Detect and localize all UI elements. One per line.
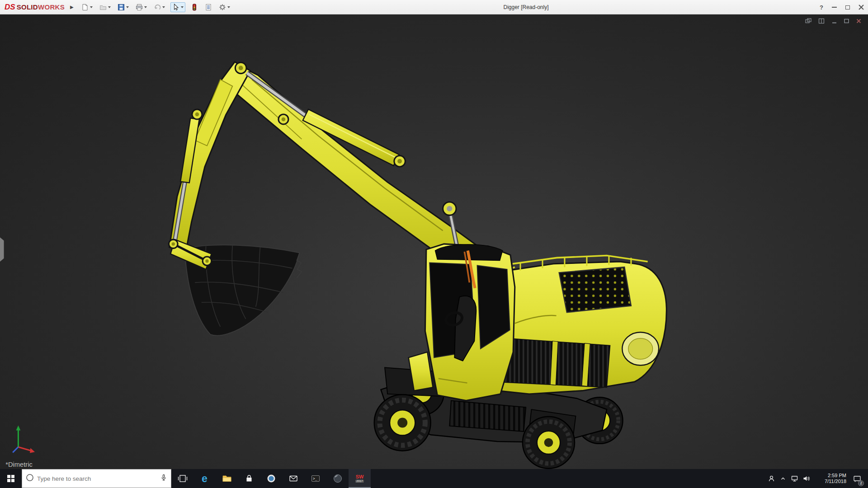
- graphics-viewport[interactable]: *Dimetric: [0, 14, 868, 469]
- command-prompt-button[interactable]: >_: [304, 469, 326, 488]
- orientation-triad: [13, 426, 35, 453]
- volume-icon: [802, 475, 810, 482]
- clock-time: 2:59 PM: [812, 473, 846, 479]
- wheel-rear-left[interactable]: [523, 417, 575, 469]
- cortana-circle-icon: [26, 474, 34, 483]
- sphere-app-button[interactable]: [326, 469, 349, 488]
- restore-button[interactable]: [845, 5, 850, 9]
- file-properties-button[interactable]: [203, 3, 213, 12]
- taskbar-search-input[interactable]: [37, 475, 157, 482]
- chevron-up-icon: [780, 475, 786, 482]
- brand-text-solid: SOLID: [17, 3, 38, 11]
- windows-taskbar: e >_ SW 2017 2:59 PM: [0, 469, 868, 488]
- action-center-button[interactable]: 2: [849, 469, 865, 488]
- excavator-model[interactable]: [169, 62, 666, 469]
- brand-text-works: WORKS: [38, 3, 65, 11]
- select-tool-dropdown[interactable]: [181, 6, 184, 8]
- sphere-app-icon: [333, 474, 343, 483]
- cascade-icon[interactable]: [818, 18, 825, 24]
- edge-button[interactable]: e: [193, 469, 216, 488]
- solidworks-2017-icon: SW 2017: [355, 474, 363, 483]
- app-titlebar: DS SOLID WORKS ▶: [0, 0, 868, 14]
- file-explorer-icon: [222, 474, 232, 483]
- task-view-button[interactable]: [171, 469, 193, 488]
- microphone-icon[interactable]: [160, 474, 167, 483]
- doc-minimize-icon[interactable]: [831, 18, 837, 24]
- print-dropdown[interactable]: [144, 6, 147, 8]
- panel-collapse-tab[interactable]: [0, 237, 4, 262]
- doc-close-icon[interactable]: [856, 18, 862, 24]
- hidden-icons-button[interactable]: [778, 469, 788, 488]
- circle-app-button[interactable]: [260, 469, 282, 488]
- view-orientation-label: *Dimetric: [5, 461, 33, 468]
- volume-button[interactable]: [800, 469, 812, 488]
- menu-flyout-arrow[interactable]: ▶: [68, 5, 80, 9]
- ds-logo-mark: DS: [5, 3, 15, 12]
- print-button[interactable]: [134, 3, 148, 12]
- network-button[interactable]: [788, 469, 800, 488]
- people-button[interactable]: [765, 469, 778, 488]
- notification-badge: 2: [858, 480, 864, 486]
- clock-date: 7/11/2018: [812, 479, 846, 484]
- document-title: Digger [Read-only]: [503, 0, 548, 14]
- save-button[interactable]: [116, 3, 130, 12]
- new-window-icon[interactable]: [805, 18, 812, 24]
- new-document-dropdown[interactable]: [90, 6, 93, 8]
- doc-restore-icon[interactable]: [844, 18, 849, 24]
- rebuild-button[interactable]: [189, 3, 199, 12]
- taskbar-clock[interactable]: 2:59 PM 7/11/2018: [812, 473, 849, 484]
- document-window-controls: [805, 18, 862, 24]
- close-button[interactable]: [859, 5, 864, 10]
- people-icon: [768, 475, 775, 483]
- undo-button[interactable]: [152, 3, 166, 12]
- solidworks-logo: DS SOLID WORKS: [0, 3, 68, 12]
- options-button[interactable]: [217, 3, 231, 12]
- wheel-front[interactable]: [374, 394, 431, 451]
- undo-dropdown[interactable]: [162, 6, 165, 8]
- minimize-button[interactable]: [832, 7, 837, 8]
- new-document-button[interactable]: [80, 3, 94, 12]
- stick-arm[interactable]: [170, 62, 250, 251]
- store-icon: [244, 474, 254, 483]
- circle-app-icon: [266, 474, 276, 483]
- options-dropdown[interactable]: [227, 6, 230, 8]
- solidworks-2017-button[interactable]: SW 2017: [349, 469, 371, 488]
- task-view-icon: [178, 474, 188, 483]
- open-button[interactable]: [98, 3, 112, 12]
- mail-button[interactable]: [282, 469, 304, 488]
- quick-access-toolbar: [80, 2, 231, 12]
- start-button[interactable]: [0, 469, 22, 488]
- digger-model-canvas[interactable]: *Dimetric: [0, 14, 868, 469]
- file-explorer-button[interactable]: [216, 469, 238, 488]
- system-tray: 2:59 PM 7/11/2018 2: [765, 469, 868, 488]
- engine-housing[interactable]: [491, 256, 666, 394]
- window-controls: ?: [820, 0, 864, 14]
- save-dropdown[interactable]: [126, 6, 129, 8]
- select-tool-button[interactable]: [170, 2, 185, 12]
- open-dropdown[interactable]: [108, 6, 111, 8]
- bucket[interactable]: [170, 239, 302, 335]
- help-button[interactable]: ?: [820, 4, 823, 11]
- engine-top-mesh: [559, 267, 631, 312]
- taskbar-search[interactable]: [22, 469, 171, 488]
- windows-logo-icon: [7, 475, 14, 482]
- network-icon: [791, 475, 798, 482]
- edge-icon: e: [202, 474, 208, 484]
- mail-icon: [288, 474, 298, 483]
- command-prompt-icon: >_: [311, 474, 321, 483]
- store-button[interactable]: [238, 469, 260, 488]
- svg-text:>_: >_: [313, 477, 317, 481]
